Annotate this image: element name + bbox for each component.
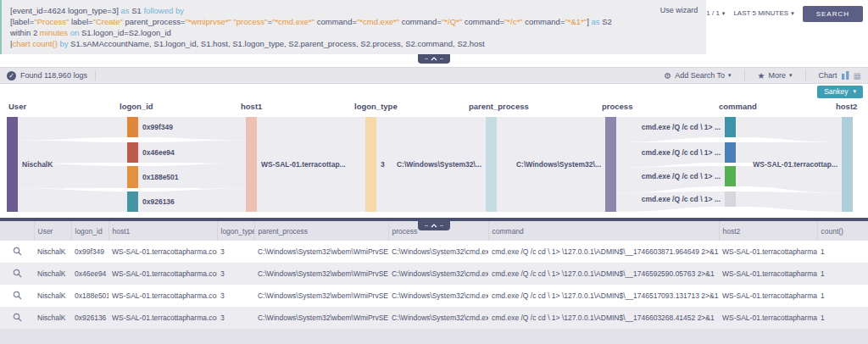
add-search-to-menu[interactable]: ⚙ Add Search To ▾ bbox=[664, 71, 731, 80]
star-icon: ★ bbox=[758, 71, 765, 80]
sankey-node-label: C:\Windows\System32\... bbox=[397, 160, 481, 169]
table-cell: NischalK bbox=[34, 241, 71, 263]
time-range-dropdown[interactable]: LAST 5 MINUTES ▾ bbox=[733, 6, 793, 17]
sankey-node[interactable] bbox=[7, 117, 18, 212]
table-cell: C:\Windows\System32\cmd.exe bbox=[388, 307, 488, 329]
search-icon[interactable] bbox=[13, 291, 22, 300]
query-token: command= bbox=[523, 17, 565, 26]
sankey-node[interactable] bbox=[725, 142, 736, 163]
chevron-down-icon: ▾ bbox=[791, 10, 794, 17]
column-header-User[interactable]: User bbox=[34, 221, 71, 241]
table-cell: C:\Windows\System32\cmd.exe bbox=[388, 241, 488, 263]
row-search-drilldown[interactable] bbox=[0, 241, 34, 263]
table-cell: WS-SAL-01.terracottapharma.com bbox=[719, 241, 817, 263]
table-cell: WS-SAL-01.terracottapharma.com bbox=[719, 307, 817, 329]
results-toolbar: ✓ Found 118,960 logs ⚙ Add Search To ▾ ★… bbox=[0, 67, 868, 84]
sankey-node[interactable] bbox=[127, 142, 138, 163]
sankey-node[interactable] bbox=[127, 166, 138, 188]
query-token: by bbox=[59, 39, 68, 48]
search-icon[interactable] bbox=[13, 313, 22, 322]
divider bbox=[805, 70, 806, 80]
sankey-node[interactable] bbox=[842, 117, 853, 212]
use-wizard-link[interactable]: Use wizard bbox=[660, 6, 698, 14]
divider bbox=[95, 70, 96, 80]
siem-search-page: [event_id=4624 logon_type=3] as S1 follo… bbox=[0, 0, 868, 344]
column-header-host1[interactable]: host1 bbox=[108, 221, 217, 241]
column-header-host2[interactable]: host2 bbox=[719, 221, 817, 241]
column-header-logon_type[interactable]: logon_type bbox=[217, 221, 254, 241]
table-cell: 0x46ee94 bbox=[71, 263, 108, 285]
query-token: [event_id=4624 logon_type=3] bbox=[10, 6, 120, 15]
chart-type-dropdown[interactable]: Sankey ▾ bbox=[817, 86, 863, 98]
search-icon[interactable] bbox=[13, 269, 22, 278]
sankey-node[interactable] bbox=[486, 117, 497, 212]
row-search-drilldown[interactable] bbox=[0, 263, 34, 285]
query-token: "*/c*" bbox=[504, 17, 523, 26]
table-footer bbox=[0, 329, 868, 344]
query-token: command= bbox=[399, 17, 442, 26]
table-cell: WS-SAL-01.terracottapharma.com bbox=[108, 241, 217, 263]
chevron-down-icon: ▾ bbox=[853, 88, 856, 95]
sankey-node-label: 0x99f349 bbox=[142, 123, 173, 131]
search-button[interactable]: SEARCH bbox=[803, 6, 863, 22]
column-header-icon[interactable] bbox=[0, 221, 34, 241]
sankey-link[interactable] bbox=[736, 117, 842, 142]
sankey-node[interactable] bbox=[127, 117, 138, 137]
chevron-down-icon: ▾ bbox=[728, 72, 732, 79]
chevron-up-icon bbox=[431, 57, 437, 61]
sankey-node[interactable] bbox=[127, 191, 138, 212]
dash-decoration bbox=[425, 225, 428, 226]
bar-chart-icon[interactable] bbox=[841, 71, 850, 80]
table-cell: WS-SAL-01.terracottapharma.com bbox=[719, 263, 817, 285]
sankey-node-label: cmd.exe /Q /c cd \ 1> ... bbox=[642, 148, 721, 157]
query-token: minutes bbox=[40, 28, 68, 37]
collapse-query-button[interactable] bbox=[418, 54, 450, 64]
sankey-node[interactable] bbox=[605, 117, 616, 212]
dash-decoration bbox=[440, 225, 443, 226]
query-line: [label="Process" label="Create" parent_p… bbox=[10, 16, 698, 27]
sankey-node[interactable] bbox=[365, 117, 376, 212]
table-cell: C:\Windows\System32\wbem\WmiPrvSE.exe bbox=[254, 285, 388, 307]
sankey-node-label: 0x188e501 bbox=[142, 173, 179, 181]
sankey-node[interactable] bbox=[246, 117, 257, 212]
collapse-chart-button[interactable] bbox=[418, 221, 450, 230]
column-header-logon_id[interactable]: logon_id bbox=[71, 221, 108, 241]
pager-dropdown[interactable]: 1 / 1 ▾ bbox=[706, 6, 725, 17]
sankey-column-header-host2: host2 bbox=[836, 102, 857, 111]
chart-selector-row: Sankey ▾ bbox=[0, 84, 868, 99]
sankey-node[interactable] bbox=[725, 166, 736, 186]
sankey-link[interactable] bbox=[736, 191, 842, 212]
sankey-link[interactable] bbox=[736, 166, 842, 193]
query-editor[interactable]: [event_id=4624 logon_type=3] as S1 follo… bbox=[0, 0, 706, 54]
query-token: [label= bbox=[10, 17, 34, 26]
table-cell: 3 bbox=[217, 307, 254, 329]
chevron-down-icon: ▾ bbox=[722, 10, 726, 17]
column-header-parent_process[interactable]: parent_process bbox=[254, 221, 388, 241]
table-cell: C:\Windows\System32\cmd.exe bbox=[388, 285, 488, 307]
sankey-node-label: 0x46ee94 bbox=[142, 148, 175, 157]
sankey-chart: UserNischalKlogon_id0x99f3490x46ee940x18… bbox=[0, 99, 868, 218]
table-cell: NischalK bbox=[34, 307, 71, 329]
query-token: S2 bbox=[600, 17, 612, 26]
sankey-link[interactable] bbox=[18, 189, 127, 212]
search-icon[interactable] bbox=[13, 247, 22, 256]
sankey-node[interactable] bbox=[725, 191, 736, 207]
row-search-drilldown[interactable] bbox=[0, 307, 34, 329]
sankey-node[interactable] bbox=[725, 117, 736, 137]
grid-view-icon[interactable]: ▦ bbox=[854, 71, 861, 80]
row-search-drilldown[interactable] bbox=[0, 285, 34, 307]
query-token: parent_process= bbox=[123, 17, 186, 26]
table-cell: 3 bbox=[217, 263, 254, 285]
more-menu[interactable]: ★ More ▾ bbox=[758, 71, 793, 80]
chevron-up-icon bbox=[431, 224, 437, 228]
gear-icon: ⚙ bbox=[664, 71, 671, 80]
column-header-command[interactable]: command bbox=[488, 221, 719, 241]
table-cell: cmd.exe /Q /c cd \ 1> \127.0.0.1\ADMIN$\… bbox=[488, 285, 719, 307]
table-cell: cmd.exe /Q /c cd \ 1> \127.0.0.1\ADMIN$\… bbox=[488, 263, 719, 285]
query-collapse-strip bbox=[0, 54, 868, 67]
sankey-node-label: WS-SAL-01.terracottap... bbox=[261, 160, 346, 169]
table-cell: 3 bbox=[217, 285, 254, 307]
table-cell: 0x188e501 bbox=[71, 285, 108, 307]
sankey-link[interactable] bbox=[18, 117, 127, 140]
column-header-count()[interactable]: count() bbox=[817, 221, 868, 241]
